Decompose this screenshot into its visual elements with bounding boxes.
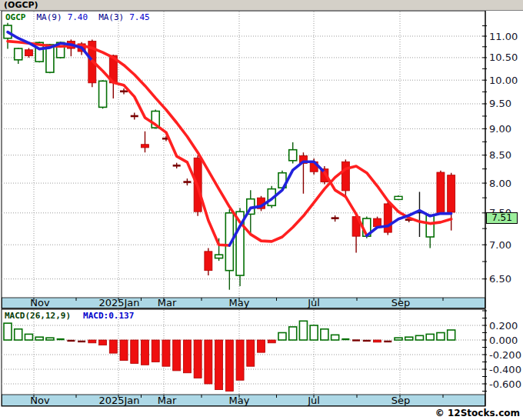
ma9-legend-label: MA(9) — [37, 12, 62, 22]
svg-text:Nov: Nov — [30, 395, 50, 406]
page-title: (OGCP) — [4, 0, 38, 10]
window-title-bar: (OGCP) — [0, 0, 523, 11]
charts-canvas: Nov2025JanMarMayJulSepNov2025JanMarMayJu… — [0, 11, 523, 407]
last-price-badge: 7.51 — [486, 212, 518, 224]
svg-text:9.00: 9.00 — [489, 123, 511, 135]
footer-bar: © 12Stocks.com — [0, 407, 520, 420]
svg-text:10.00: 10.00 — [489, 75, 518, 86]
svg-text:Nov: Nov — [30, 297, 50, 308]
svg-text:Mar: Mar — [158, 395, 177, 406]
macd-value-label: MACD:0.137 — [83, 311, 134, 321]
symbol-label: OGCP — [5, 12, 26, 22]
svg-text:0.000: 0.000 — [489, 335, 518, 346]
svg-text:-0.200: -0.200 — [489, 349, 521, 361]
svg-text:9.50: 9.50 — [489, 98, 511, 109]
ma3-legend-label: MA(3) — [98, 12, 124, 22]
svg-text:Sep: Sep — [391, 297, 411, 308]
svg-text:11.00: 11.00 — [489, 31, 518, 42]
svg-text:7.00: 7.00 — [489, 239, 511, 251]
macd-params-label: MACD(26,12,9) — [5, 311, 71, 321]
price-chart-legend: OGCPMA(9)7.40MA(3)7.45 — [5, 12, 161, 22]
svg-text:Mar: Mar — [158, 297, 177, 308]
svg-text:8.00: 8.00 — [489, 178, 511, 189]
svg-text:Sep: Sep — [391, 395, 411, 406]
svg-text:8.50: 8.50 — [489, 149, 511, 161]
ma9-legend-value: 7.40 — [68, 12, 88, 22]
ma3-legend-value: 7.45 — [129, 12, 150, 22]
svg-text:0.200: 0.200 — [489, 320, 518, 332]
svg-text:2025Jan: 2025Jan — [98, 395, 139, 406]
svg-text:6.50: 6.50 — [489, 273, 511, 285]
macd-legend: MACD(26,12,9)MACD:0.137 — [5, 311, 134, 321]
site-credit-link[interactable]: © 12Stocks.com — [435, 408, 520, 418]
svg-text:-0.400: -0.400 — [489, 364, 521, 375]
svg-text:-0.600: -0.600 — [489, 378, 521, 390]
svg-text:10.50: 10.50 — [489, 52, 518, 63]
svg-text:2025Jan: 2025Jan — [98, 297, 139, 308]
stock-chart-page: (OGCP) OGCPMA(9)7.40MA(3)7.45 MACD(26,12… — [0, 0, 523, 420]
